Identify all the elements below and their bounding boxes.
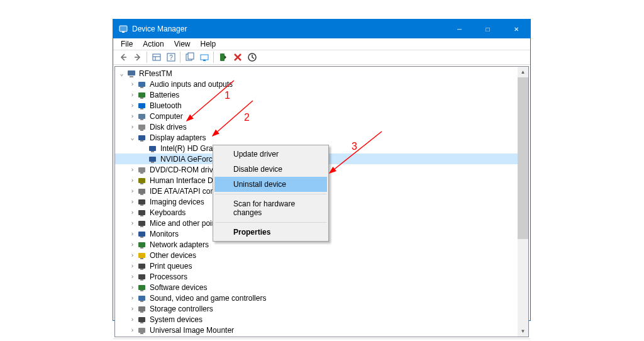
device-label: Human Interface Dev <box>148 176 222 185</box>
tree-expander[interactable]: › <box>128 305 136 312</box>
svg-rect-17 <box>138 92 145 98</box>
tree-expander[interactable]: ⌄ <box>128 134 136 141</box>
tree-expander[interactable]: › <box>128 316 136 323</box>
svg-rect-0 <box>119 26 127 31</box>
svg-rect-40 <box>140 215 143 216</box>
tree-expander[interactable]: › <box>128 252 136 259</box>
tree-category[interactable]: ›Software devices <box>115 282 528 293</box>
tree-expander[interactable]: › <box>128 91 136 98</box>
cm-scan-hardware[interactable]: Scan for hardware changes <box>214 196 327 220</box>
device-icon <box>137 101 147 111</box>
svg-rect-33 <box>138 178 145 183</box>
svg-rect-32 <box>140 172 143 174</box>
device-icon <box>137 304 147 314</box>
menu-file[interactable]: File <box>116 38 138 50</box>
device-label: System devices <box>148 315 204 324</box>
tree-expander[interactable]: › <box>128 187 136 194</box>
tree-expander[interactable]: › <box>128 102 136 109</box>
tree-expander[interactable]: › <box>128 327 136 333</box>
tree-category[interactable]: ⌄Display adapters <box>115 132 528 143</box>
menu-action[interactable]: Action <box>138 38 169 50</box>
svg-rect-60 <box>140 322 143 323</box>
tree-expander[interactable]: › <box>128 241 136 248</box>
tree-category[interactable]: ›Audio inputs and outputs <box>115 79 528 89</box>
tree-expander[interactable]: › <box>128 166 136 173</box>
svg-rect-35 <box>138 189 145 194</box>
svg-rect-52 <box>140 279 143 281</box>
tree-expander[interactable]: › <box>128 262 136 269</box>
tree-expander[interactable]: › <box>128 273 136 280</box>
scan-button[interactable] <box>182 50 197 64</box>
tree-category[interactable]: ›Print queues <box>115 260 528 271</box>
tree-category[interactable]: ›Storage controllers <box>115 303 528 314</box>
context-menu-separator <box>215 222 326 223</box>
tree-expander[interactable]: › <box>128 284 136 291</box>
svg-rect-24 <box>140 130 143 131</box>
tree-category[interactable]: ›System devices <box>115 314 528 325</box>
tree-expander[interactable]: › <box>128 294 136 301</box>
menu-help[interactable]: Help <box>196 38 221 50</box>
device-icon <box>137 197 147 207</box>
svg-rect-2 <box>153 54 160 60</box>
device-label: Computer <box>148 112 184 121</box>
minimize-button[interactable]: ─ <box>445 20 474 38</box>
device-icon <box>137 79 147 89</box>
tree-expander[interactable]: › <box>128 209 136 216</box>
device-label: Print queues <box>148 262 193 271</box>
device-label: Bluetooth <box>148 101 183 110</box>
maximize-button[interactable]: □ <box>474 20 502 38</box>
properties-button[interactable] <box>245 50 259 64</box>
tree-expander[interactable]: › <box>128 113 136 120</box>
scroll-up-arrow[interactable]: ▲ <box>518 67 528 77</box>
titlebar[interactable]: Device Manager ─ □ ✕ <box>113 20 530 38</box>
toolbar: ? <box>113 50 530 65</box>
tree-expander[interactable]: › <box>128 123 136 130</box>
svg-rect-53 <box>138 285 145 290</box>
tree-category[interactable]: ›Computer <box>115 111 528 121</box>
annotation-3: 3 <box>352 141 357 152</box>
tree-root[interactable]: ⌄RFtestTM <box>115 68 528 79</box>
svg-rect-46 <box>140 247 143 249</box>
tree-expander[interactable]: › <box>128 198 136 205</box>
tree-category[interactable]: ›Processors <box>115 271 528 282</box>
svg-rect-10 <box>203 60 206 61</box>
cm-properties[interactable]: Properties <box>214 225 327 240</box>
tree-expander[interactable]: › <box>128 220 136 226</box>
show-hidden-button[interactable] <box>149 50 164 64</box>
enable-button[interactable] <box>216 50 230 64</box>
scroll-thumb[interactable] <box>518 77 528 239</box>
tree-expander[interactable]: › <box>128 81 136 87</box>
cm-update-driver[interactable]: Update driver <box>214 147 327 162</box>
tree-expander[interactable]: › <box>128 177 136 184</box>
tree-category[interactable]: ›Sound, video and game controllers <box>115 293 528 303</box>
tree-category[interactable]: ›Disk drives <box>115 121 528 132</box>
cm-disable-device[interactable]: Disable device <box>214 162 327 177</box>
device-icon <box>126 69 136 79</box>
svg-rect-48 <box>140 258 143 259</box>
svg-rect-22 <box>140 119 143 120</box>
menu-view[interactable]: View <box>169 38 196 50</box>
back-button[interactable] <box>116 50 130 64</box>
forward-button[interactable] <box>130 50 145 64</box>
device-label: DVD/CD-ROM drives <box>148 165 222 174</box>
svg-rect-44 <box>140 237 143 238</box>
cm-uninstall-device[interactable]: Uninstall device <box>214 177 327 192</box>
tree-category[interactable]: ›Bluetooth <box>115 100 528 111</box>
svg-rect-45 <box>138 242 145 247</box>
device-label: RFtestTM <box>138 69 174 78</box>
close-button[interactable]: ✕ <box>502 20 530 38</box>
device-label: Software devices <box>148 283 208 292</box>
device-icon <box>137 293 147 303</box>
tree-expander[interactable]: › <box>128 230 136 237</box>
svg-rect-34 <box>140 183 143 184</box>
scroll-down-arrow[interactable]: ▼ <box>518 326 528 337</box>
tree-category[interactable]: ›Other devices <box>115 250 528 260</box>
tree-category[interactable]: ›Universal Image Mounter <box>115 325 528 335</box>
tree-category[interactable]: ›Batteries <box>115 89 528 100</box>
help-button[interactable]: ? <box>164 50 178 64</box>
scroll-track[interactable] <box>518 239 528 326</box>
uninstall-button[interactable] <box>230 50 245 64</box>
tree-expander[interactable]: ⌄ <box>118 70 126 77</box>
scrollbar[interactable]: ▲ ▼ <box>518 67 528 337</box>
update-button[interactable] <box>197 50 211 64</box>
